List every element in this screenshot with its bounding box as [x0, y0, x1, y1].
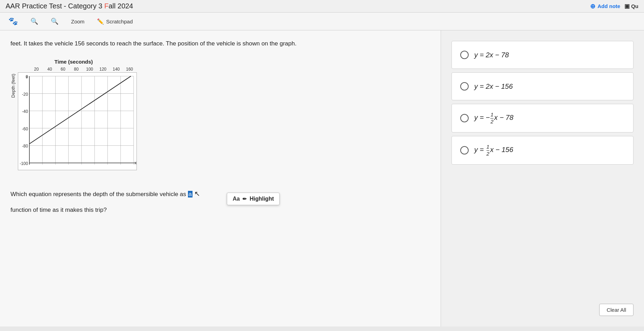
question-intro: feet. It takes the vehicle 156 seconds t… — [10, 39, 430, 48]
svg-text:-60: -60 — [22, 127, 28, 131]
highlight-label: Highlight — [250, 196, 274, 202]
top-bar-left: AAR Practice Test - Category 3 Fall 2024 — [6, 2, 144, 10]
zoom-in-icon: 🔍 — [51, 17, 58, 25]
zoom-out-button[interactable]: 🔍 — [28, 16, 41, 27]
x-axis-labels: 20 40 60 80 100 120 140 160 — [30, 67, 137, 72]
zoom-label: Zoom — [71, 19, 84, 24]
scratchpad-icon: ✏️ — [97, 18, 104, 25]
radio-c — [460, 114, 469, 122]
graph-inner: 20 40 60 80 100 120 140 160 0 -20 — [18, 67, 137, 172]
formula-a: y = 2x − 78 — [474, 51, 509, 59]
y-axis-label: Depth (feet) — [10, 74, 16, 98]
back-button[interactable]: 🐾 — [6, 15, 21, 27]
formula-c: y = −12x − 78 — [474, 112, 513, 124]
highlight-pencil-icon: ✏ — [243, 196, 247, 202]
bottom-row: Which equation represents the depth of t… — [10, 182, 430, 215]
svg-text:-40: -40 — [22, 109, 28, 114]
zoom-out-icon: 🔍 — [30, 17, 38, 25]
main-content: feet. It takes the vehicle 156 seconds t… — [0, 30, 644, 326]
svg-text:-100: -100 — [20, 161, 28, 166]
svg-text:x: x — [135, 160, 137, 165]
svg-text:-80: -80 — [22, 144, 28, 149]
highlight-tooltip[interactable]: Aa ✏ Highlight — [227, 193, 280, 205]
scratchpad-label: Scratchpad — [106, 19, 133, 24]
scratchpad-button[interactable]: ✏️ Scratchpad — [94, 17, 135, 26]
add-note-button[interactable]: ⊕ Add note — [590, 2, 620, 10]
x-label-160: 160 — [123, 67, 136, 72]
x-label-60: 60 — [56, 67, 70, 72]
right-panel: y = 2x − 78 y = 2x − 156 y = −12x − 78 y… — [441, 30, 644, 326]
x-label-80: 80 — [70, 67, 83, 72]
x-label-40: 40 — [43, 67, 56, 72]
bottom-question: Which equation represents the depth of t… — [10, 188, 200, 200]
qu-label: Qu — [631, 3, 638, 9]
zoom-in-button[interactable]: 🔍 — [48, 16, 61, 27]
graph-svg: 0 -20 -40 -60 -80 -100 — [18, 72, 137, 170]
answer-option-d[interactable]: y = 12x − 156 — [451, 136, 634, 165]
highlight-aa-icon: Aa — [233, 196, 240, 202]
answer-option-c[interactable]: y = −12x − 78 — [451, 104, 634, 132]
svg-text:-20: -20 — [22, 92, 28, 97]
toolbar: 🐾 🔍 🔍 Zoom ✏️ Scratchpad — [0, 13, 644, 30]
top-right-actions: ⊕ Add note ▣ Qu — [590, 2, 638, 10]
bottom-question-text: Which equation represents the depth of t… — [10, 182, 200, 215]
answer-option-a[interactable]: y = 2x − 78 — [451, 41, 634, 69]
qu-button[interactable]: ▣ Qu — [624, 3, 638, 9]
graph-svg-area: 0 -20 -40 -60 -80 -100 — [18, 72, 137, 172]
radio-b — [460, 82, 469, 91]
avatar-icon: 🐾 — [8, 17, 18, 26]
page-title: AAR Practice Test - Category 3 Fall 2024 — [6, 2, 133, 10]
x-label-20: 20 — [30, 67, 43, 72]
top-bar: AAR Practice Test - Category 3 Fall 2024… — [0, 0, 644, 13]
graph-wrapper: Depth (feet) 20 40 60 80 100 120 140 160 — [10, 67, 137, 172]
graph-title: Time (seconds) — [10, 59, 137, 65]
plus-icon: ⊕ — [590, 2, 595, 10]
radio-d — [460, 146, 469, 154]
x-label-100: 100 — [83, 67, 96, 72]
highlighted-word: a — [188, 191, 192, 197]
x-label-140: 140 — [110, 67, 123, 72]
zoom-button[interactable]: Zoom — [68, 17, 87, 26]
formula-b: y = 2x − 156 — [474, 82, 513, 91]
box-icon: ▣ — [624, 3, 630, 9]
cursor-icon: ↖ — [194, 190, 200, 197]
bottom-question-2: function of time as it makes this trip? — [10, 205, 200, 215]
add-note-label: Add note — [597, 3, 620, 9]
left-panel: feet. It takes the vehicle 156 seconds t… — [0, 30, 441, 326]
formula-d: y = 12x − 156 — [474, 144, 513, 157]
radio-a — [460, 51, 469, 59]
x-label-120: 120 — [96, 67, 110, 72]
svg-line-23 — [29, 76, 131, 144]
clear-all-button[interactable]: Clear All — [599, 304, 634, 316]
graph-container: Time (seconds) Depth (feet) 20 40 60 80 … — [10, 59, 137, 172]
answer-option-b[interactable]: y = 2x − 156 — [451, 72, 634, 100]
svg-text:y: y — [26, 74, 28, 78]
